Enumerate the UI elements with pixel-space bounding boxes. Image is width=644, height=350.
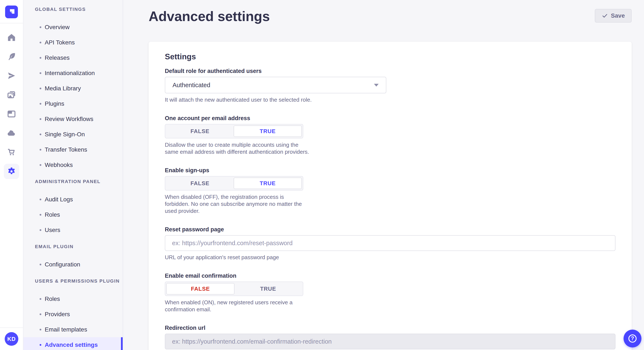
sidebar-item-up-providers[interactable]: Providers [24,307,123,322]
strapi-logo-icon [7,7,16,16]
sidebar-item-single-sign-on[interactable]: Single Sign-On [24,127,123,142]
sidebar-item-admin-users[interactable]: Users [24,222,123,238]
sidebar-item-releases[interactable]: Releases [24,50,123,65]
email-confirmation-toggle: FALSE TRUE [165,282,303,296]
sidebar-item-plugins[interactable]: Plugins [24,96,123,111]
nav-settings-button[interactable] [4,164,19,179]
page-title: Advanced settings [149,9,270,24]
save-button-label: Save [611,12,625,19]
bullet-icon [40,344,41,346]
field-redirection-url: Redirection url [165,325,616,349]
bullet-icon [40,103,41,105]
section-title: EMAIL PLUGIN [24,244,123,250]
layout-icon [7,109,16,119]
main-content: Advanced settings Save Settings Default … [123,0,644,350]
sidebar-item-internationalization[interactable]: Internationalization [24,65,123,81]
svg-text:?: ? [631,335,634,341]
nav-cloud-button[interactable] [4,126,19,141]
sign-ups-false-option[interactable]: FALSE [166,177,234,189]
nav-deploy-button[interactable] [4,68,19,83]
field-label: Enable email confirmation [165,272,616,279]
sidebar-section-administration-panel: ADMINISTRATION PANEL Audit Logs Roles Us… [24,178,123,238]
field-hint: URL of your application's reset password… [165,254,616,261]
icon-rail: KD [0,0,24,350]
settings-sidebar: GLOBAL SETTINGS Overview API Tokens Rele… [24,0,123,350]
field-reset-password: Reset password page URL of your applicat… [165,226,616,261]
sidebar-item-up-email-templates[interactable]: Email templates [24,322,123,337]
reset-password-input[interactable] [165,235,616,251]
nav-marketplace-button[interactable] [4,145,19,160]
field-label: Redirection url [165,325,616,332]
bullet-icon [40,229,41,231]
field-label: Default role for authenticated users [165,68,616,75]
rail-icon-list [4,23,19,179]
one-account-toggle: FALSE TRUE [165,124,303,138]
sidebar-section-global-settings: GLOBAL SETTINGS Overview API Tokens Rele… [24,6,123,173]
feather-icon [7,52,16,61]
field-hint: When disabled (OFF), the registration pr… [165,193,310,214]
section-title: ADMINISTRATION PANEL [24,178,123,184]
email-confirmation-false-option[interactable]: FALSE [166,283,234,295]
sidebar-section-email-plugin: EMAIL PLUGIN Configuration [24,244,123,272]
sidebar-item-email-configuration[interactable]: Configuration [24,257,123,272]
bullet-icon [40,42,41,43]
sidebar-item-audit-logs[interactable]: Audit Logs [24,192,123,207]
section-title: USERS & PERMISSIONS PLUGIN [24,278,123,284]
field-label: Reset password page [165,226,616,233]
save-button[interactable]: Save [595,9,632,22]
bullet-icon [40,118,41,120]
redirection-url-input [165,334,616,349]
sidebar-section-users-permissions-plugin: USERS & PERMISSIONS PLUGIN Roles Provide… [24,278,123,350]
sign-ups-true-option[interactable]: TRUE [234,177,302,189]
app-root: KD GLOBAL SETTINGS Overview API Tokens R… [0,0,644,350]
rail-footer: KD [0,328,23,350]
field-hint: Disallow the user to create multiple acc… [165,141,310,156]
bullet-icon [40,149,41,151]
help-button[interactable]: ? [624,330,642,348]
bullet-icon [40,214,41,216]
one-account-false-option[interactable]: FALSE [166,126,234,137]
bullet-icon [40,298,41,300]
sidebar-item-admin-roles[interactable]: Roles [24,207,123,222]
nav-home-button[interactable] [4,30,19,45]
sidebar-item-transfer-tokens[interactable]: Transfer Tokens [24,142,123,157]
media-library-icon [7,90,16,100]
home-icon [7,33,16,42]
bullet-icon [40,329,41,331]
section-title: GLOBAL SETTINGS [24,6,123,12]
nav-media-library-button[interactable] [4,87,19,103]
bullet-icon [40,57,41,59]
default-role-select[interactable]: Authenticated [165,77,386,93]
field-hint: It will attach the new authenticated use… [165,96,616,103]
sidebar-item-webhooks[interactable]: Webhooks [24,157,123,173]
field-hint: When enabled (ON), new registered users … [165,299,310,313]
sign-ups-toggle: FALSE TRUE [165,176,303,190]
field-one-account: One account per email address FALSE TRUE… [165,115,616,156]
field-sign-ups: Enable sign-ups FALSE TRUE When disabled… [165,167,616,214]
sidebar-item-up-advanced-settings[interactable]: Advanced settings [24,337,123,350]
page-header: Advanced settings Save [149,9,632,24]
one-account-true-option[interactable]: TRUE [234,126,302,137]
strapi-logo[interactable] [5,5,18,18]
cart-icon [7,148,16,157]
email-confirmation-true-option[interactable]: TRUE [234,283,302,295]
sidebar-item-review-workflows[interactable]: Review Workflows [24,111,123,127]
bullet-icon [40,88,41,89]
bullet-icon [40,134,41,135]
avatar[interactable]: KD [5,332,18,346]
nav-content-manager-button[interactable] [4,106,19,122]
chevron-down-icon [374,84,379,87]
sidebar-item-up-roles[interactable]: Roles [24,291,123,307]
field-email-confirmation: Enable email confirmation FALSE TRUE Whe… [165,272,616,313]
bullet-icon [40,72,41,74]
gear-icon [7,167,16,176]
settings-section-title: Settings [165,52,616,62]
bullet-icon [40,164,41,166]
field-default-role: Default role for authenticated users Aut… [165,68,616,103]
sidebar-item-media-library[interactable]: Media Library [24,81,123,96]
nav-content-builder-button[interactable] [4,49,19,64]
field-label: Enable sign-ups [165,167,616,174]
sidebar-item-overview[interactable]: Overview [24,19,123,35]
bullet-icon [40,264,41,265]
sidebar-item-api-tokens[interactable]: API Tokens [24,35,123,50]
